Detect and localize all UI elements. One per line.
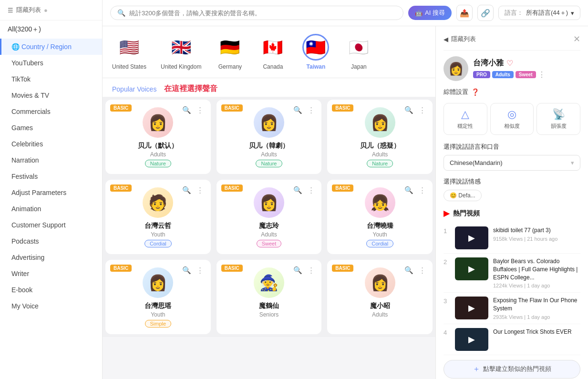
badge-basic: BASIC	[221, 184, 243, 192]
avatar-face: 👧	[371, 195, 390, 210]
more-options-icon[interactable]: ⋮	[305, 265, 317, 276]
voice-card[interactable]: BASIC 🔍 ⋮ 🧑 台灣云哲 Youth Cordial	[105, 180, 211, 254]
more-icon[interactable]: ⋮	[538, 70, 546, 79]
country-item-uk[interactable]: 🇬🇧United Kingdom	[161, 34, 201, 70]
more-options-icon[interactable]: ⋮	[195, 184, 206, 196]
more-options-icon[interactable]: ⋮	[416, 265, 428, 276]
search-voice-icon[interactable]: 🔍	[292, 184, 303, 196]
more-options-icon[interactable]: ⋮	[305, 184, 317, 196]
language-selector[interactable]: 語言： 所有語言(44＋) ▾	[498, 6, 580, 20]
content-area: 🇺🇸United States🇬🇧United Kingdom🇩🇪Germany…	[103, 26, 588, 379]
badge-basic: BASIC	[332, 265, 353, 272]
metric-card-similarity[interactable]: ◎ 相似度	[490, 103, 534, 135]
voice-card[interactable]: BASIC 🔍 ⋮ 👩 魔小昭 Adults	[327, 260, 433, 334]
video-item[interactable]: 1 ▶ skibidi toilet 77 (part 3) 9158k Vie…	[444, 223, 580, 254]
play-icon: ▶	[468, 303, 475, 313]
sidebar-all-item[interactable]: All(3200＋)	[0, 20, 102, 39]
voice-card[interactable]: BASIC 🔍 ⋮ 👩 台灣思瑶 Youth Simple	[105, 260, 211, 334]
video-thumbnail: ▶	[455, 257, 488, 280]
more-options-icon[interactable]: ⋮	[305, 104, 317, 116]
heart-icon[interactable]: ♡	[506, 59, 513, 68]
collapse-button[interactable]: ◀ 隱藏列表	[444, 35, 476, 43]
voice-card[interactable]: BASIC 🔍 ⋮ 👩 贝儿（惑疑） Adults Nature	[327, 100, 433, 174]
voice-card[interactable]: BASIC 🔍 ⋮ 👩 魔志玲 Adults Sweet	[217, 180, 322, 254]
sidebar-item-country_region[interactable]: 🌐 Country / Region	[0, 39, 102, 55]
metric-card-tension[interactable]: 📡 韻張度	[536, 103, 580, 135]
search-voice-icon[interactable]: 🔍	[181, 184, 193, 196]
sidebar-item-adjust_parameters[interactable]: Adjust Parameters	[0, 184, 102, 201]
metric-card-stability[interactable]: △ 穩定性	[444, 103, 487, 135]
ai-search-button[interactable]: 🤖 AI 搜尋	[408, 6, 452, 20]
more-options-icon[interactable]: ⋮	[416, 104, 428, 116]
video-item[interactable]: 2 ▶ Baylor Bears vs. Colorado Buffaloes …	[444, 254, 580, 293]
search-voice-icon[interactable]: 🔍	[181, 104, 193, 116]
sidebar-item-label: Customer Support	[11, 221, 66, 229]
sidebar-item-festivals[interactable]: Festivals	[0, 168, 102, 184]
sidebar-item-animation[interactable]: Animation	[0, 201, 102, 217]
sidebar-item-podcasts[interactable]: Podcasts	[0, 233, 102, 249]
link-button[interactable]: 🔗	[477, 5, 494, 21]
sidebar-item-label: Games	[11, 124, 33, 132]
main-area: 🔍 🤖 AI 搜尋 📤 🔗 語言： 所有語言(44＋) ▾ 🇺🇸United S…	[103, 0, 588, 379]
lang-dropdown[interactable]: Chinese(Mandarin) ▾	[444, 155, 580, 171]
sidebar-item-advertising[interactable]: Advertising	[0, 249, 102, 266]
sidebar-item-my_voice[interactable]: My Voice	[0, 298, 102, 314]
flag-circle-us: 🇺🇸	[116, 34, 143, 61]
country-item-us[interactable]: 🇺🇸United States	[112, 34, 146, 70]
video-list: 1 ▶ skibidi toilet 77 (part 3) 9158k Vie…	[444, 223, 580, 355]
emotion-default-tag[interactable]: 😊 Defa...	[444, 190, 482, 201]
avatar-face: 🧑	[148, 195, 167, 210]
help-circle-icon: ❓	[471, 88, 479, 96]
country-item-ca[interactable]: 🇨🇦Canada	[258, 34, 287, 70]
more-options-icon[interactable]: ⋮	[195, 265, 206, 276]
more-options-icon[interactable]: ⋮	[416, 184, 428, 196]
voice-panel: 🇺🇸United States🇬🇧United Kingdom🇩🇪Germany…	[103, 26, 435, 379]
voice-tag: Nature	[367, 160, 393, 167]
voice-card[interactable]: BASIC 🔍 ⋮ 👩 贝儿（韓劇） Adults Nature	[217, 100, 322, 174]
search-voice-icon[interactable]: 🔍	[403, 104, 414, 116]
search-box[interactable]: 🔍	[110, 6, 403, 20]
country-item-jp[interactable]: 🇯🇵Japan	[344, 34, 373, 70]
create-similar-button[interactable]: ＋ 點擊建立類似的熱門視頻	[444, 360, 580, 379]
sidebar-item-movies_tv[interactable]: Movies & TV	[0, 87, 102, 103]
sidebar-item-narration[interactable]: Narration	[0, 152, 102, 168]
voice-tag: Cordial	[144, 240, 172, 247]
sidebar-item-games[interactable]: Games	[0, 120, 102, 136]
search-voice-icon[interactable]: 🔍	[403, 265, 414, 276]
sidebar-item-youtubers[interactable]: YouTubers	[0, 55, 102, 71]
badge-basic: BASIC	[110, 104, 132, 112]
search-voice-icon[interactable]: 🔍	[403, 184, 414, 196]
search-voice-icon[interactable]: 🔍	[292, 104, 303, 116]
select-voice-hint: 在這裡選擇聲音	[164, 84, 217, 94]
voice-card[interactable]: BASIC 🔍 ⋮ 👩 贝儿（默认） Adults Nature	[105, 100, 211, 174]
card-actions: 🔍 ⋮	[292, 265, 317, 276]
more-options-icon[interactable]: ⋮	[195, 104, 206, 116]
voice-avatar: 👧	[365, 187, 395, 218]
sidebar-item-celebrities[interactable]: Celebrities	[0, 136, 102, 152]
search-input[interactable]	[129, 10, 396, 17]
search-voice-icon[interactable]: 🔍	[292, 265, 303, 276]
country-item-tw[interactable]: 🇹🇼Taiwan	[301, 34, 330, 70]
sidebar-item-customer_support[interactable]: Customer Support	[0, 217, 102, 233]
sidebar-item-tiktok[interactable]: TikTok	[0, 71, 102, 87]
video-title: Our Longest Trick Shots EVER	[493, 328, 580, 336]
search-voice-icon[interactable]: 🔍	[181, 265, 193, 276]
panel-close-button[interactable]: ✕	[573, 34, 580, 44]
sidebar-item-writer[interactable]: Writer	[0, 266, 102, 282]
video-title: skibidi toilet 77 (part 3)	[493, 226, 580, 235]
voice-age: Adults	[150, 151, 166, 158]
voice-card[interactable]: BASIC 🔍 ⋮ 👧 台灣曉臻 Youth Cordial	[327, 180, 433, 254]
sidebar-item-commercials[interactable]: Commercials	[0, 103, 102, 120]
voice-tag: Simple	[145, 320, 172, 328]
voice-card[interactable]: BASIC 🔍 ⋮ 🧙 魔鶴仙 Seniors	[217, 260, 322, 334]
global-settings-row[interactable]: 綜體設置 ❓	[444, 88, 580, 96]
sidebar-item-label: YouTubers	[11, 59, 43, 67]
user-name-row: 台湾小雅 ♡	[473, 58, 546, 68]
sidebar-item-ebook[interactable]: E-book	[0, 282, 102, 298]
metric-label-tension: 韻張度	[551, 123, 567, 130]
country-item-de[interactable]: 🇩🇪Germany	[216, 34, 244, 70]
upload-button[interactable]: 📤	[456, 5, 473, 21]
metric-label-similarity: 相似度	[504, 123, 520, 130]
video-item[interactable]: 3 ▶ Exposing The Flaw In Our Phone Syste…	[444, 293, 580, 324]
video-item[interactable]: 4 ▶ Our Longest Trick Shots EVER	[444, 324, 580, 355]
